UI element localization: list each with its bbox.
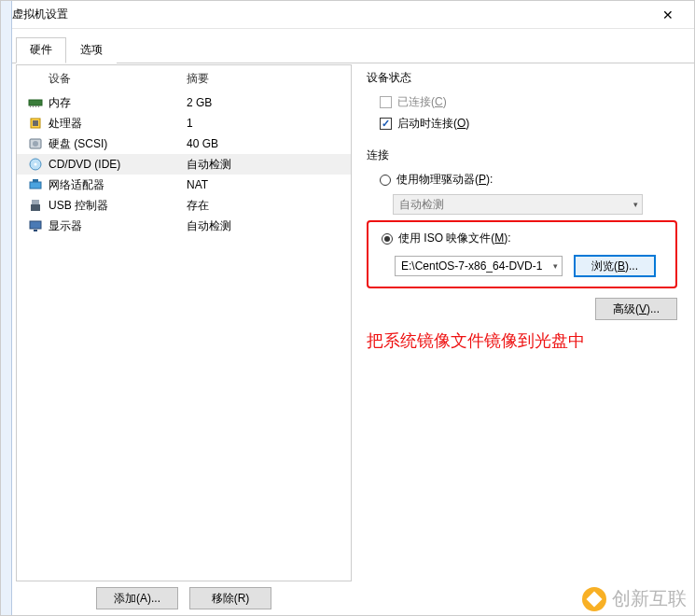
connected-label: 已连接(C): [397, 94, 447, 110]
svg-rect-4: [38, 105, 39, 107]
usb-icon: [22, 197, 49, 214]
svg-rect-3: [35, 105, 36, 107]
connect-on-start-box: [380, 118, 392, 130]
connect-on-start-checkbox[interactable]: 启动时连接(O): [367, 113, 677, 134]
device-summary: 自动检测: [187, 157, 341, 173]
device-row[interactable]: USB 控制器存在: [17, 195, 351, 216]
use-iso-circle: [382, 233, 393, 245]
brand-logo-icon: [582, 587, 606, 611]
device-list: 设备 摘要 内存2 GB处理器1硬盘 (SCSI)40 GBCD/DVD (ID…: [17, 65, 351, 581]
device-row[interactable]: 网络适配器NAT: [17, 175, 351, 195]
iso-path-select[interactable]: E:\CentOS-7-x86_64-DVD-1 ▾: [395, 256, 563, 276]
svg-rect-16: [34, 230, 37, 231]
close-icon: ✕: [662, 7, 674, 22]
device-summary: 存在: [187, 198, 341, 214]
device-name: 网络适配器: [49, 177, 187, 193]
titlebar: 虚拟机设置 ✕: [1, 1, 694, 29]
device-name: CD/DVD (IDE): [49, 158, 187, 171]
app-left-edge: [1, 1, 12, 615]
device-summary: NAT: [187, 178, 341, 191]
device-row[interactable]: 处理器1: [17, 113, 351, 133]
svg-rect-6: [33, 120, 38, 126]
connected-checkbox-box: [380, 96, 392, 108]
device-summary: 1: [187, 117, 341, 130]
close-button[interactable]: ✕: [649, 2, 687, 28]
use-iso-label: 使用 ISO 映像文件(M):: [398, 231, 511, 246]
device-name: 显示器: [49, 218, 187, 234]
svg-rect-2: [33, 105, 34, 107]
settings-panel: 设备状态 已连接(C) 启动时连接(O) 连接 使用物理驱动器(P): 自动检测…: [361, 64, 683, 581]
device-summary: 40 GB: [187, 137, 341, 150]
svg-rect-12: [33, 179, 38, 182]
svg-rect-13: [32, 200, 39, 204]
svg-point-8: [33, 141, 38, 147]
svg-rect-1: [30, 105, 31, 107]
net-icon: [22, 176, 49, 193]
svg-point-10: [35, 163, 37, 166]
svg-rect-11: [30, 182, 41, 189]
connected-checkbox: 已连接(C): [367, 91, 677, 113]
physical-drive-value: 自动检测: [399, 197, 444, 213]
device-name: 内存: [49, 95, 187, 111]
cpu-icon: [22, 115, 49, 132]
device-list-header: 设备 摘要: [17, 65, 351, 92]
connect-on-start-label: 启动时连接(O): [397, 116, 469, 132]
device-summary: 2 GB: [187, 96, 341, 109]
device-name: USB 控制器: [49, 198, 187, 214]
header-summary: 摘要: [187, 71, 341, 87]
iso-path-value: E:\CentOS-7-x86_64-DVD-1: [401, 259, 542, 273]
advanced-button[interactable]: 高级(V)...: [595, 298, 677, 320]
device-name: 处理器: [49, 116, 187, 132]
connection-label: 连接: [367, 147, 677, 163]
use-physical-radio[interactable]: 使用物理驱动器(P):: [367, 169, 677, 190]
content-area: 设备 摘要 内存2 GB处理器1硬盘 (SCSI)40 GBCD/DVD (ID…: [16, 64, 683, 581]
memory-icon: [22, 94, 49, 111]
tab-hardware-label: 硬件: [30, 43, 52, 56]
device-row[interactable]: CD/DVD (IDE)自动检测: [17, 154, 351, 175]
device-row[interactable]: 显示器自动检测: [17, 216, 351, 236]
display-icon: [22, 217, 49, 234]
browse-button[interactable]: 浏览(B)...: [574, 255, 656, 277]
device-row[interactable]: 硬盘 (SCSI)40 GB: [17, 133, 351, 154]
red-annotation-text: 把系统镜像文件镜像到光盘中: [367, 329, 677, 352]
iso-highlight-annotation: 使用 ISO 映像文件(M): E:\CentOS-7-x86_64-DVD-1…: [367, 220, 677, 288]
window-title: 虚拟机设置: [8, 7, 68, 22]
svg-rect-0: [29, 100, 42, 105]
use-physical-label: 使用物理驱动器(P):: [396, 172, 493, 188]
physical-drive-select: 自动检测 ▾: [393, 194, 643, 215]
tab-options[interactable]: 选项: [66, 37, 117, 63]
hdd-icon: [22, 135, 49, 152]
add-button[interactable]: 添加(A)...: [96, 587, 178, 609]
left-panel-buttons: 添加(A)... 移除(R): [16, 587, 352, 609]
device-status-label: 设备状态: [367, 70, 677, 86]
tabs-row: 硬件 选项: [1, 29, 694, 63]
use-physical-circle: [380, 175, 391, 186]
tab-options-label: 选项: [80, 43, 103, 56]
device-panel: 设备 摘要 内存2 GB处理器1硬盘 (SCSI)40 GBCD/DVD (ID…: [16, 64, 352, 581]
device-row[interactable]: 内存2 GB: [17, 92, 351, 113]
svg-rect-15: [30, 221, 41, 229]
use-iso-radio[interactable]: 使用 ISO 映像文件(M):: [368, 228, 670, 249]
device-name: 硬盘 (SCSI): [49, 136, 187, 152]
brand-text: 创新互联: [612, 586, 687, 611]
tab-hardware[interactable]: 硬件: [16, 37, 66, 63]
remove-button[interactable]: 移除(R): [189, 587, 271, 609]
device-summary: 自动检测: [187, 218, 341, 234]
cd-icon: [22, 156, 49, 173]
svg-rect-14: [31, 204, 40, 211]
header-device: 设备: [49, 71, 187, 87]
chevron-down-icon: ▾: [633, 200, 638, 209]
chevron-down-icon: ▾: [553, 261, 558, 271]
brand-watermark: 创新互联: [582, 586, 687, 611]
